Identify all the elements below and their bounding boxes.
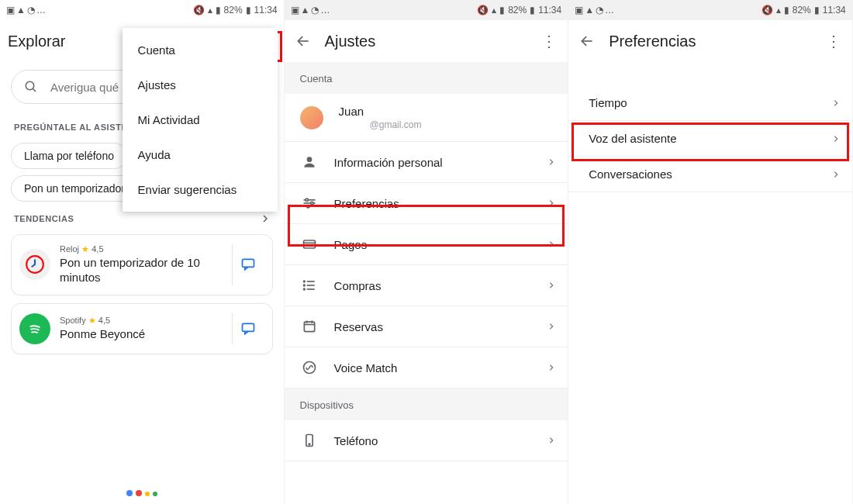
chevron-right-icon [547, 437, 555, 444]
warning-icon: ▲ [585, 5, 594, 15]
row-payments[interactable]: Pagos [285, 224, 568, 265]
row-weather[interactable]: Tiempo [568, 85, 852, 121]
clock-icon [19, 249, 50, 280]
overflow-menu-button[interactable]: ⋮ [823, 30, 844, 52]
row-conversations[interactable]: Conversaciones [568, 157, 852, 192]
assistant-logo[interactable] [126, 490, 157, 496]
trend-card[interactable]: Reloj ★ 4,5 Pon un temporizador de 10 mi… [11, 234, 273, 295]
row-reservations[interactable]: Reservas [285, 306, 568, 347]
svg-point-27 [309, 444, 310, 445]
status-bar: ▣ ▲ ◔ … 🔇 ▴ ▮ 82% ▮ 11:34 [568, 0, 852, 20]
row-label: Preferencias [334, 197, 533, 210]
chevron-right-icon [547, 281, 555, 289]
circle-icon: ◔ [596, 5, 603, 15]
menu-item-help[interactable]: Ayuda [123, 137, 278, 172]
warning-icon: ▲ [16, 5, 26, 15]
time-text: 11:34 [823, 5, 846, 16]
row-label: Tiempo [589, 96, 823, 109]
card-rating: 4,5 [98, 316, 110, 325]
category-account: Cuenta [285, 62, 568, 94]
signal-icon: ▮ [784, 5, 789, 15]
chevron-right-icon [832, 99, 840, 107]
row-voice-match[interactable]: Voice Match [285, 347, 568, 388]
payment-icon [300, 235, 319, 254]
message-button[interactable] [232, 244, 264, 285]
status-left: ▣ ▲ ◔ … [575, 5, 614, 15]
wifi-icon: ▴ [776, 5, 781, 15]
phone-icon [300, 431, 319, 450]
card-title: Pon un temporizador de 10 minutos [60, 256, 223, 285]
svg-point-12 [306, 205, 309, 208]
circle-icon: ◔ [27, 5, 35, 15]
row-personal-info[interactable]: Información personal [285, 142, 568, 183]
avatar [300, 106, 323, 129]
voice-icon [300, 358, 319, 377]
svg-point-6 [306, 157, 312, 162]
row-purchases[interactable]: Compras [285, 265, 568, 306]
status-bar: ▣ ▲ ◔ … 🔇 ▴ ▮ 82% ▮ 11:34 [285, 0, 568, 20]
message-button[interactable] [232, 313, 264, 344]
app-header: Ajustes ⋮ [285, 20, 568, 62]
menu-item-feedback[interactable]: Enviar sugerencias [123, 172, 278, 207]
svg-point-18 [303, 281, 305, 282]
chevron-right-icon [832, 135, 840, 143]
chevron-right-icon [547, 364, 555, 371]
page-title: Preferencias [609, 33, 812, 50]
suggestion-chip[interactable]: Pon un temporizador [11, 175, 138, 202]
back-button[interactable] [292, 30, 314, 52]
battery-text: 82% [224, 5, 243, 16]
star-icon: ★ [88, 316, 98, 325]
user-email: @gmail.com [339, 119, 556, 130]
app-header: Preferencias ⋮ [568, 20, 852, 62]
row-label: Compras [334, 279, 533, 292]
overflow-menu-button[interactable]: ⋮ [538, 30, 560, 52]
more-notif-icon: … [36, 5, 46, 15]
list-icon [300, 276, 319, 295]
chevron-right-icon [547, 158, 555, 166]
row-phone[interactable]: Teléfono [285, 420, 568, 461]
chevron-right-icon [547, 323, 555, 330]
tune-icon [300, 194, 319, 212]
battery-icon: ▮ [246, 5, 251, 15]
spotify-icon [19, 313, 50, 344]
panel-preferences: ▣ ▲ ◔ … 🔇 ▴ ▮ 82% ▮ 11:34 Preferencias ⋮… [568, 0, 853, 504]
battery-text: 82% [508, 5, 527, 16]
warning-icon: ▲ [301, 5, 310, 15]
row-label: Reservas [334, 320, 533, 333]
picture-icon: ▣ [6, 5, 15, 15]
status-left: ▣ ▲ ◔ … [291, 5, 330, 15]
back-button[interactable] [576, 30, 598, 52]
wifi-icon: ▴ [492, 5, 496, 15]
card-body: Reloj ★ 4,5 Pon un temporizador de 10 mi… [60, 244, 223, 285]
card-body: Spotify ★ 4,5 Ponme Beyoncé [60, 316, 223, 342]
row-assistant-voice[interactable]: Voz del asistente [568, 121, 852, 157]
row-preferences[interactable]: Preferencias [285, 183, 568, 224]
svg-rect-13 [303, 240, 315, 248]
signal-icon: ▮ [216, 5, 221, 15]
status-bar: ▣ ▲ ◔ … 🔇 ▴ ▮ 82% ▮ 11:34 [0, 0, 284, 20]
account-row[interactable]: Juan @gmail.com [285, 94, 568, 142]
overflow-menu: Cuenta Ajustes Mi Actividad Ayuda Enviar… [123, 28, 278, 212]
suggestion-chip[interactable]: Llama por teléfono [11, 143, 127, 169]
menu-item-account[interactable]: Cuenta [123, 33, 278, 67]
mute-icon: 🔇 [761, 5, 773, 15]
search-icon [24, 80, 38, 94]
menu-item-activity[interactable]: Mi Actividad [123, 102, 278, 137]
row-label: Teléfono [334, 434, 533, 447]
row-label: Voz del asistente [589, 132, 823, 145]
status-right: 🔇 ▴ ▮ 82% ▮ 11:34 [761, 5, 846, 16]
trend-card[interactable]: Spotify ★ 4,5 Ponme Beyoncé [11, 303, 273, 354]
svg-point-20 [303, 288, 305, 290]
menu-item-settings[interactable]: Ajustes [123, 67, 278, 102]
svg-point-10 [306, 198, 308, 201]
category-devices: Dispositivos [285, 388, 568, 420]
svg-rect-4 [243, 323, 254, 331]
chevron-right-icon [261, 214, 270, 223]
trends-label: TENDENCIAS [14, 214, 74, 223]
star-icon: ★ [81, 244, 92, 254]
svg-line-1 [33, 88, 36, 91]
chevron-right-icon [547, 240, 555, 248]
more-notif-icon: … [605, 5, 614, 15]
svg-rect-3 [243, 260, 254, 268]
card-app: Reloj [60, 244, 79, 254]
